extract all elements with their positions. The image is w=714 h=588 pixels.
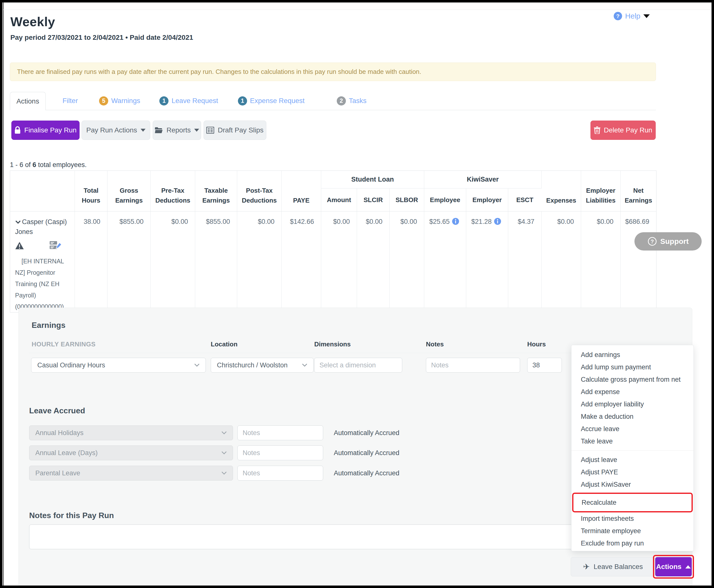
pay-run-table: Total Hours Gross Earnings Pre-Tax Deduc… [10,170,656,313]
cell-employer-liabilities: $0.00 [581,211,621,313]
earnings-heading: Earnings [31,321,65,330]
menu-item-accrue-leave[interactable]: Accrue leave [571,423,693,435]
tab-actions-label: Actions [17,97,39,105]
cell-gross: $855.00 [107,211,151,313]
support-button[interactable]: ? Support [634,232,702,251]
info-icon[interactable] [452,218,459,227]
employee-name-label: Casper (Caspi) Jones [15,218,67,235]
hours-input[interactable] [527,358,562,373]
info-icon[interactable] [494,218,501,227]
tab-tasks[interactable]: 2 Tasks [337,96,366,105]
caret-down-icon [141,129,146,132]
tab-expense-request[interactable]: 1 Expense Request [238,96,304,105]
ks-employer-value: $21.28 [471,218,492,225]
employee-name[interactable]: Casper (Caspi) Jones [15,217,72,237]
leave-request-count-badge: 1 [159,96,168,105]
cell-total-hours: 38.00 [75,211,107,313]
cell-ks-employee: $25.65 [424,211,466,313]
dimensions-input[interactable] [314,358,402,373]
menu-item-adjust-paye[interactable]: Adjust PAYE [571,466,693,478]
actions-button[interactable]: Actions [655,557,692,576]
caret-down-icon [194,129,199,132]
employee-row: Casper (Caspi) Jones [EH INTERNAL NZ] Pr… [10,211,656,313]
leave-status: Automatically Accrued [334,449,399,457]
question-circle-icon: ? [648,237,657,246]
cell-ks-employer: $21.28 [466,211,508,313]
menu-item-add-earnings[interactable]: Add earnings [571,349,693,361]
tab-bar: Actions Filter 5 Warnings 1 Leave Reques… [10,92,656,110]
tab-actions[interactable]: Actions [10,92,46,110]
count-suffix: total employees. [38,161,87,168]
earning-type-value: Casual Ordinary Hours [37,361,105,369]
actions-label: Actions [656,563,681,571]
finalise-pay-run-button[interactable]: Finalise Pay Run [12,121,80,140]
tab-leave-request-label: Leave Request [171,97,218,105]
help-question-icon: ? [614,12,622,20]
leave-type-select[interactable]: Parental Leave [29,466,233,481]
warnings-count-badge: 5 [99,96,108,105]
cell-post-tax: $0.00 [237,211,282,313]
leave-notes-input[interactable] [237,466,323,481]
earnings-notes-input[interactable] [426,358,520,373]
menu-item-terminate-employee[interactable]: Terminate employee [571,525,693,537]
warning-banner-text: There are finalised pay runs with a pay … [10,68,421,76]
tab-warnings-label: Warnings [111,97,140,105]
tab-expense-request-label: Expense Request [250,97,304,105]
cell-sl-amount: $0.00 [321,211,357,313]
caret-up-icon [685,565,691,568]
location-select[interactable]: Christchurch / Woolston [211,358,314,373]
chevron-down-icon [643,14,650,18]
chevron-down-icon [302,363,307,367]
col-expenses: Expenses [542,171,581,211]
menu-item-import-timesheets[interactable]: Import timesheets [571,512,693,525]
menu-item-calc-gross-from-net[interactable]: Calculate gross payment from net [571,373,693,386]
employee-count: 1 - 6 of 6 total employees. [10,161,87,169]
leave-notes-input[interactable] [237,445,323,460]
tab-warnings[interactable]: 5 Warnings [99,96,140,105]
menu-item-take-leave[interactable]: Take leave [571,435,693,447]
cell-net-earnings: $686.69 [621,211,656,313]
col-taxable-earnings: Taxable Earnings [195,171,237,211]
delete-pay-run-button[interactable]: Delete Pay Run [590,121,656,140]
leave-type-value: Annual Holidays [35,429,84,437]
pay-run-notes-heading: Notes for this Pay Run [29,511,114,520]
menu-item-adjust-leave[interactable]: Adjust leave [571,454,693,466]
svg-text:?: ? [651,238,654,245]
leave-balances-label: Leave Balances [594,563,643,571]
plane-icon: ✈ [583,563,590,571]
tab-filter[interactable]: Filter [63,97,78,105]
leave-notes-input[interactable] [237,425,323,440]
employee-cell[interactable]: Casper (Caspi) Jones [EH INTERNAL NZ] Pr… [10,211,75,313]
menu-item-make-deduction[interactable]: Make a deduction [571,411,693,423]
earning-type-select[interactable]: Casual Ordinary Hours [31,358,206,373]
warning-triangle-icon[interactable] [15,241,24,250]
pay-run-actions-button[interactable]: Pay Run Actions [82,121,150,140]
menu-item-adjust-kiwisaver[interactable]: Adjust KiwiSaver [571,478,693,491]
pay-period-subtitle: Pay period 27/03/2021 to 2/04/2021 • Pai… [10,34,193,42]
menu-item-recalculate[interactable]: Recalculate [572,492,693,512]
help-menu[interactable]: ? Help [614,12,650,20]
menu-item-add-lump-sum[interactable]: Add lump sum payment [571,361,693,373]
tab-leave-request[interactable]: 1 Leave Request [159,96,218,105]
leave-type-select[interactable]: Annual Holidays [29,425,233,440]
menu-item-add-expense[interactable]: Add expense [571,386,693,398]
reports-button[interactable]: Reports [153,121,201,140]
cell-taxable: $855.00 [195,211,237,313]
menu-item-exclude-from-pay-run[interactable]: Exclude from pay run [571,537,693,549]
leave-type-select[interactable]: Annual Leave (Days) [29,445,233,460]
draft-pay-slips-button[interactable]: Draft Pay Slips [204,121,266,140]
chevron-down-icon [222,431,227,435]
recalculate-label: Recalculate [582,499,616,506]
employee-icons [15,240,71,251]
employee-column-header [10,171,75,211]
hourly-earnings-label: HOURLY EARNINGS [31,340,96,348]
group-student-loan: Student Loan [321,171,424,189]
cell-slcir: $0.00 [357,211,390,313]
col-gross-earnings: Gross Earnings [107,171,151,211]
leave-balances-button[interactable]: ✈ Leave Balances [571,557,655,576]
col-post-tax-deductions: Post-Tax Deductions [237,171,282,211]
ks-employee-value: $25.65 [429,218,450,225]
finalise-label: Finalise Pay Run [24,126,77,134]
edit-pencil-icon[interactable] [56,242,62,250]
menu-item-add-employer-liability[interactable]: Add employer liability [571,398,693,411]
